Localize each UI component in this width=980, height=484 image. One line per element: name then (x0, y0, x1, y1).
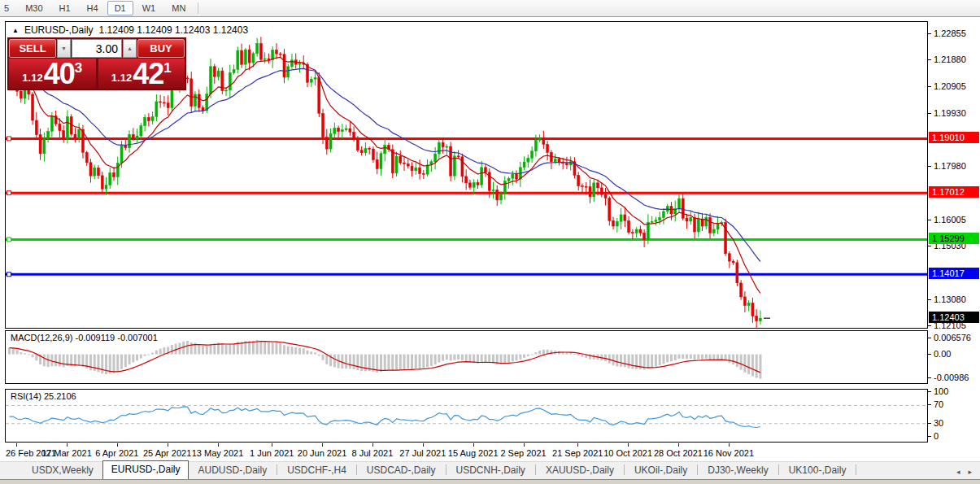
tab-separator (778, 464, 779, 475)
tab-separator (697, 464, 698, 475)
axis-tick-label: 1.15030 (934, 241, 966, 251)
axis-tick-mark (928, 166, 931, 167)
date-tick-label: 28 Oct 2021 (654, 448, 703, 458)
axis-tick-mark (928, 59, 931, 60)
sell-price-point: 3 (75, 60, 82, 76)
date-tick-mark (423, 443, 424, 447)
date-tick-mark (168, 443, 168, 447)
axis-tick-label: 1.19930 (934, 108, 966, 118)
date-tick-label: 27 Jul 2021 (399, 448, 446, 458)
date-axis: 26 Feb 202117 Mar 20216 Apr 202125 Apr 2… (5, 443, 928, 461)
chart-tab-eurusd[interactable]: EURUSD-,Daily (102, 460, 189, 479)
date-tick-mark (678, 443, 679, 447)
axis-tick-mark (928, 220, 931, 220)
date-tick-mark (16, 443, 17, 447)
date-tick-mark (117, 443, 118, 447)
axis-tick-mark (928, 354, 931, 355)
timeframe-button-d1[interactable]: D1 (107, 1, 133, 15)
hline-price-flag: 1.15299 (929, 233, 979, 244)
rsi-chart-canvas[interactable] (6, 390, 927, 442)
rsi-indicator-label: RSI(14) 25.2106 (11, 391, 76, 401)
volume-increase-button[interactable]: ▲ (123, 39, 137, 58)
buy-button[interactable]: BUY (137, 39, 185, 58)
date-tick-label: 10 Oct 2021 (603, 448, 652, 458)
buy-price-panel[interactable]: 1.12 42 1 (98, 59, 185, 89)
tab-separator (624, 464, 625, 475)
collapse-icon[interactable]: ▲ (12, 27, 19, 34)
date-tick-mark (729, 443, 730, 447)
timeframe-button-mn[interactable]: MN (164, 1, 193, 15)
chart-tab-usdx[interactable]: USDX,Weekly (23, 462, 102, 479)
axis-tick-mark (928, 299, 931, 300)
hline-price-flag: 1.14017 (929, 268, 979, 279)
tab-separator (856, 464, 856, 475)
chart-tab-xauusd[interactable]: XAUUSD-,Daily (537, 462, 623, 479)
axis-tick-mark (928, 86, 931, 87)
chart-tab-bar: USDX,WeeklyEURUSD-,DailyAUDUSD-,DailyUSD… (0, 461, 980, 480)
axis-tick-label: 1.12105 (934, 320, 966, 330)
chart-tab-uk100[interactable]: UK100-,Daily (780, 462, 856, 479)
tab-separator (277, 464, 277, 475)
axis-tick-mark (928, 113, 931, 114)
timeframe-toolbar: 5M30H1H4D1W1MN (0, 0, 980, 17)
date-tick-mark (218, 443, 219, 447)
chart-tab-audusd[interactable]: AUDUSD-,Daily (189, 462, 276, 479)
volume-decrease-button[interactable]: ▼ (57, 39, 71, 58)
date-tick-label: 20 Jun 2021 (298, 448, 347, 458)
timeframe-button-h4[interactable]: H4 (80, 1, 106, 15)
sell-button[interactable]: SELL (9, 39, 56, 58)
date-tick-label: 25 Apr 2021 (143, 448, 191, 458)
date-tick-label: 15 Aug 2021 (448, 448, 499, 458)
axis-tick-label: 0.00 (934, 349, 951, 359)
sell-price-panel[interactable]: 1.12 40 3 (9, 59, 96, 89)
axis-tick-label: 0 (934, 431, 939, 441)
volume-input[interactable] (72, 39, 122, 58)
axis-tick-mark (928, 338, 931, 338)
date-tick-mark (272, 443, 272, 447)
tab-scroll-left-icon[interactable]: ◂ (956, 468, 960, 476)
tab-scroll-arrows: ◂▸ (956, 468, 972, 476)
date-tick-mark (577, 443, 578, 447)
axis-tick-mark (928, 404, 931, 405)
macd-pane[interactable]: MACD(12,26,9) -0.009119 -0.007001 (5, 330, 928, 384)
axis-tick-mark (928, 391, 931, 392)
axis-tick-label: 1.16005 (934, 215, 966, 225)
chart-window: ▲ EURUSD-,Daily 1.12409 1.12409 1.12403 … (0, 18, 980, 461)
hline-price-flag: 1.17012 (929, 186, 979, 198)
date-tick-mark (322, 443, 323, 447)
sell-price-pips: 40 (44, 60, 75, 88)
chart-tab-usdcnh[interactable]: USDCNH-,Daily (447, 462, 534, 479)
axis-tick-label: -0.00986 (934, 373, 969, 382)
timeframe-button-5[interactable]: 5 (0, 1, 16, 15)
chevron-up-icon: ▲ (127, 46, 133, 51)
timeframe-button-h1[interactable]: H1 (52, 1, 78, 15)
timeframe-button-w1[interactable]: W1 (135, 1, 163, 15)
date-tick-label: 8 Jul 2021 (352, 448, 394, 458)
rsi-pane[interactable]: RSI(14) 25.2106 (5, 389, 928, 443)
axis-tick-mark (928, 325, 931, 326)
chart-tab-usdchf[interactable]: USDCHF-,H4 (278, 462, 355, 479)
axis-tick-label: 1.17980 (934, 161, 966, 171)
axis-tick-label: 100 (934, 386, 948, 396)
axis-tick-mark (928, 33, 931, 34)
timeframe-button-m30[interactable]: M30 (18, 1, 50, 15)
date-tick-label: 2 Sep 2021 (500, 448, 546, 458)
chart-tab-ukoil[interactable]: UKOil-,Daily (625, 462, 696, 479)
axis-tick-mark (928, 423, 931, 424)
date-tick-label: 21 Sep 2021 (552, 448, 603, 458)
tab-scroll-right-icon[interactable]: ▸ (968, 468, 972, 476)
price-pane[interactable]: ▲ EURUSD-,Daily 1.12409 1.12409 1.12403 … (5, 21, 928, 329)
one-click-trading-widget: SELL ▼ ▲ BUY 1.12 40 3 1.12 42 (7, 37, 186, 90)
tab-separator (446, 464, 446, 475)
sell-price-prefix: 1.12 (22, 72, 42, 84)
date-tick-label: 16 Nov 2021 (703, 448, 754, 458)
toolbar-separator (198, 2, 198, 14)
chart-tab-dj30[interactable]: DJ30-,Weekly (699, 462, 777, 479)
price-axis: 1.228551.218801.209051.199301.179801.160… (928, 18, 980, 443)
date-tick-mark (67, 443, 68, 447)
axis-tick-label: 0.006576 (934, 333, 971, 342)
tab-separator (535, 464, 536, 475)
buy-price-prefix: 1.12 (111, 72, 132, 84)
chart-tab-usdcad[interactable]: USDCAD-,Daily (358, 462, 445, 479)
chart-symbol-period: EURUSD-,Daily (24, 24, 94, 36)
